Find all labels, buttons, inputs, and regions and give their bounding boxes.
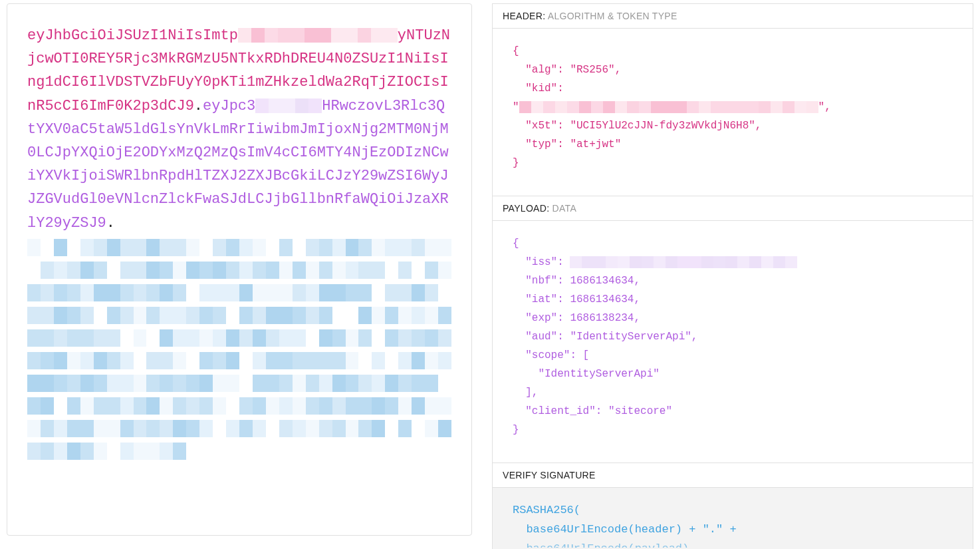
encoded-token-panel[interactable]: eyJhbGciOiJSUzI1NiIsImtpyNTUzNjcwOTI0REY… (7, 3, 472, 536)
iss-redacted (570, 256, 797, 268)
sig-line: RSASHA256( (513, 501, 953, 520)
payload-section-title: PAYLOAD: DATA (493, 196, 973, 221)
encoded-signature-redacted (27, 239, 451, 465)
json-line: "x5t": "UCI5YlU2cJJN-fdy3zWVkdjN6H8", (513, 116, 953, 135)
json-line-kid-value: "", (513, 98, 953, 116)
header-section-title: HEADER: ALGORITHM & TOKEN TYPE (493, 4, 973, 29)
encoded-payload-part2: HRwczovL3Rlc3QtYXV0aC5taW5ldGlsYnVkLmRrI… (27, 98, 449, 232)
verify-label: VERIFY SIGNATURE (503, 470, 596, 480)
json-line: "IdentityServerApi" (513, 365, 953, 383)
encoded-payload-part1: eyJpc3 (203, 98, 255, 114)
json-line: "typ": "at+jwt" (513, 135, 953, 154)
payload-sublabel: DATA (552, 203, 576, 214)
verify-section-title: VERIFY SIGNATURE (493, 463, 973, 488)
payload-section: PAYLOAD: DATA { "iss": "nbf": 1686134634… (492, 196, 973, 463)
verify-signature-section: VERIFY SIGNATURE RSASHA256( base64UrlEnc… (492, 462, 973, 549)
json-line: "alg": "RS256", (513, 61, 953, 79)
json-line: } (513, 154, 953, 172)
payload-json[interactable]: { "iss": "nbf": 1686134634, "iat": 16861… (493, 221, 973, 462)
json-line-iss: "iss": (513, 253, 953, 272)
sig-line: base64UrlEncode(payload), (513, 540, 953, 548)
json-line: { (513, 42, 953, 61)
header-section: HEADER: ALGORITHM & TOKEN TYPE { "alg": … (492, 3, 973, 196)
header-label: HEADER: (503, 11, 545, 21)
json-line: "exp": 1686138234, (513, 309, 953, 327)
json-line: "nbf": 1686134634, (513, 272, 953, 290)
payload-label: PAYLOAD: (503, 203, 549, 214)
kid-redacted (519, 101, 818, 113)
verify-signature-body[interactable]: RSASHA256( base64UrlEncode(header) + "."… (493, 488, 973, 549)
encoded-header-redacted (238, 27, 398, 44)
encoded-token-text[interactable]: eyJhbGciOiJSUzI1NiIsImtpyNTUzNjcwOTI0REY… (27, 24, 451, 465)
separator-dot: . (106, 215, 115, 232)
sig-line: base64UrlEncode(header) + "." + (513, 520, 953, 540)
json-line: "client_id": "sitecore" (513, 402, 953, 421)
separator-dot: . (194, 98, 203, 114)
json-line: "kid": (513, 79, 953, 98)
jwt-debugger-layout: eyJhbGciOiJSUzI1NiIsImtpyNTUzNjcwOTI0REY… (7, 3, 973, 549)
decoded-panel: HEADER: ALGORITHM & TOKEN TYPE { "alg": … (492, 3, 973, 549)
json-line: { (513, 234, 953, 253)
json-line: "aud": "IdentityServerApi", (513, 327, 953, 346)
json-line: "scope": [ (513, 346, 953, 365)
encoded-header-part1: eyJhbGciOiJSUzI1NiIsImtp (27, 27, 238, 44)
json-line: } (513, 421, 953, 439)
json-line: "iat": 1686134634, (513, 290, 953, 309)
encoded-payload-redacted (255, 98, 322, 114)
header-sublabel: ALGORITHM & TOKEN TYPE (548, 11, 677, 21)
json-line: ], (513, 383, 953, 402)
header-json[interactable]: { "alg": "RS256", "kid": "", "x5t": "UCI… (493, 29, 973, 196)
